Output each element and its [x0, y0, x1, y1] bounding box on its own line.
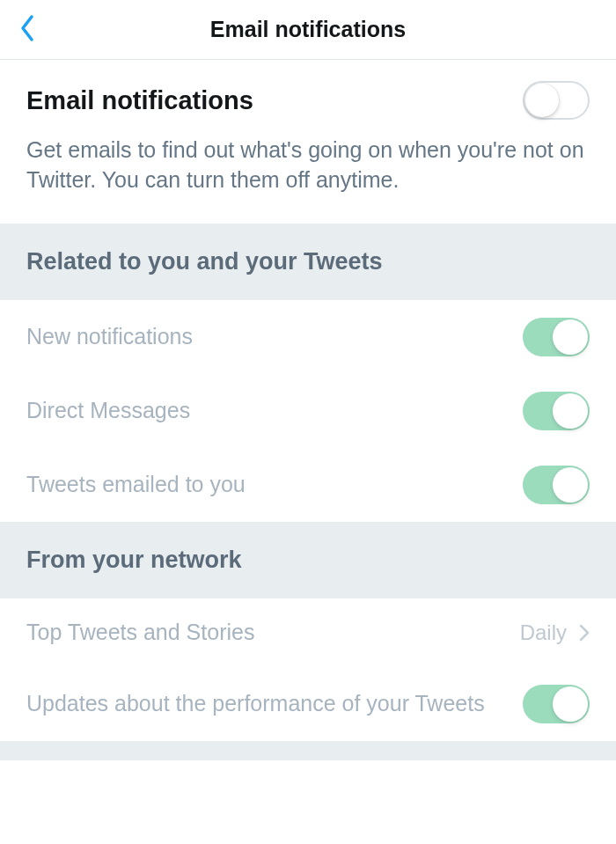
- new-notifications-label: New notifications: [26, 322, 523, 351]
- email-notifications-title: Email notifications: [26, 86, 253, 115]
- top-tweets-label: Top Tweets and Stories: [26, 618, 520, 647]
- top-tweets-value-group: Daily: [520, 620, 590, 645]
- email-notifications-row: Email notifications: [26, 81, 590, 120]
- performance-updates-label: Updates about the performance of your Tw…: [26, 689, 523, 718]
- chevron-left-icon: [19, 14, 37, 46]
- tweets-emailed-toggle[interactable]: [523, 466, 590, 504]
- toggle-knob: [553, 686, 588, 722]
- toggle-knob: [553, 467, 588, 503]
- direct-messages-label: Direct Messages: [26, 396, 523, 425]
- toggle-knob: [553, 319, 588, 355]
- network-section-header: From your network: [0, 522, 616, 598]
- tweets-emailed-row: Tweets emailed to you: [0, 448, 616, 522]
- tweets-emailed-label: Tweets emailed to you: [26, 470, 523, 499]
- new-notifications-row: New notifications: [0, 300, 616, 374]
- top-tweets-value: Daily: [520, 620, 567, 645]
- performance-updates-row: Updates about the performance of your Tw…: [0, 667, 616, 741]
- bottom-spacer: [0, 741, 616, 760]
- back-button[interactable]: [19, 14, 37, 46]
- new-notifications-toggle[interactable]: [523, 318, 590, 356]
- chevron-right-icon: [579, 624, 590, 642]
- related-section-title: Related to you and your Tweets: [26, 248, 590, 275]
- page-header: Email notifications: [0, 0, 616, 60]
- network-section-title: From your network: [26, 547, 590, 574]
- related-section-header: Related to you and your Tweets: [0, 224, 616, 300]
- page-title: Email notifications: [210, 17, 406, 42]
- toggle-knob: [553, 393, 588, 429]
- performance-updates-toggle[interactable]: [523, 685, 590, 723]
- top-tweets-row[interactable]: Top Tweets and Stories Daily: [0, 598, 616, 667]
- direct-messages-row: Direct Messages: [0, 374, 616, 448]
- email-notifications-description: Get emails to find out what's going on w…: [26, 136, 590, 195]
- email-notifications-toggle[interactable]: [523, 81, 590, 120]
- main-section: Email notifications Get emails to find o…: [0, 60, 616, 224]
- direct-messages-toggle[interactable]: [523, 392, 590, 430]
- toggle-knob: [525, 84, 559, 117]
